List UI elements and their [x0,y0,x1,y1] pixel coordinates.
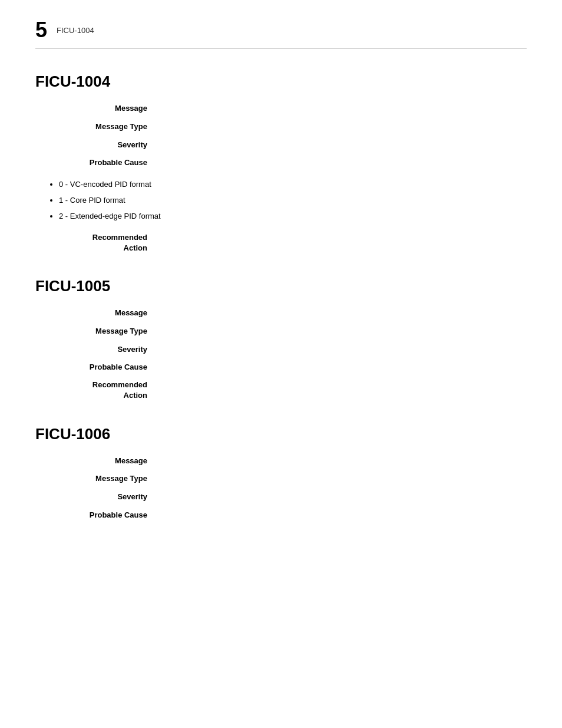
field-value-ficu-1005-2 [159,344,527,356]
section-title-ficu-1004: FICU-1004 [35,73,527,91]
field-label-ficu-1005-1: Message Type [35,325,159,338]
bullet-item-ficu-1004-1: 1 - Core PID format [59,195,527,207]
field-value-ficu-1004-1 [159,121,527,133]
field-label-ficu-1004-2: Severity [35,139,159,151]
field-label-ficu-1005-3: Probable Cause [35,361,159,374]
sections-container: FICU-1004MessageMessage TypeSeverityProb… [35,73,527,522]
field-label-ficu-1004-1: Message Type [35,121,159,133]
field-row-ficu-1004-3: Probable Cause [35,157,527,169]
section-ficu-1005: FICU-1005MessageMessage TypeSeverityProb… [35,277,527,401]
bullet-list-ficu-1004: 0 - VC-encoded PID format1 - Core PID fo… [59,179,527,222]
bullet-item-ficu-1004-0: 0 - VC-encoded PID format [59,179,527,191]
page-number: 5 [35,18,47,42]
recommended-action-value-ficu-1005 [159,380,527,401]
field-label-ficu-1006-0: Message [35,455,159,467]
recommended-action-label-ficu-1005: RecommendedAction [35,380,159,401]
field-value-ficu-1006-2 [159,491,527,503]
field-row-ficu-1005-3: Probable Cause [35,361,527,374]
field-value-ficu-1006-1 [159,473,527,485]
field-label-ficu-1004-0: Message [35,103,159,115]
recommended-action-row-ficu-1004: RecommendedAction [35,232,527,253]
page-id: FICU-1004 [57,26,94,35]
field-label-ficu-1006-2: Severity [35,491,159,503]
field-row-ficu-1006-3: Probable Cause [35,509,527,522]
field-value-ficu-1004-2 [159,139,527,151]
field-label-ficu-1005-0: Message [35,307,159,319]
field-label-ficu-1006-1: Message Type [35,473,159,485]
section-title-ficu-1006: FICU-1006 [35,425,527,443]
field-row-ficu-1006-0: Message [35,455,527,467]
field-value-ficu-1005-1 [159,325,527,338]
field-value-ficu-1005-0 [159,307,527,319]
field-row-ficu-1006-1: Message Type [35,473,527,485]
field-label-ficu-1004-3: Probable Cause [35,157,159,169]
field-value-ficu-1006-3 [159,509,527,522]
field-row-ficu-1006-2: Severity [35,491,527,503]
field-row-ficu-1005-2: Severity [35,344,527,356]
field-value-ficu-1004-0 [159,103,527,115]
field-value-ficu-1006-0 [159,455,527,467]
bullet-item-ficu-1004-2: 2 - Extended-edge PID format [59,210,527,223]
field-row-ficu-1004-2: Severity [35,139,527,151]
field-label-ficu-1005-2: Severity [35,344,159,356]
recommended-action-value-ficu-1004 [159,232,527,253]
page-header: 5 FICU-1004 [35,18,527,49]
field-row-ficu-1004-0: Message [35,103,527,115]
section-title-ficu-1005: FICU-1005 [35,277,527,295]
section-ficu-1006: FICU-1006MessageMessage TypeSeverityProb… [35,425,527,522]
recommended-action-label-ficu-1004: RecommendedAction [35,232,159,253]
section-ficu-1004: FICU-1004MessageMessage TypeSeverityProb… [35,73,527,253]
field-value-ficu-1005-3 [159,361,527,374]
field-label-ficu-1006-3: Probable Cause [35,509,159,522]
field-row-ficu-1005-1: Message Type [35,325,527,338]
field-row-ficu-1005-0: Message [35,307,527,319]
field-value-ficu-1004-3 [159,157,527,169]
recommended-action-row-ficu-1005: RecommendedAction [35,380,527,401]
field-row-ficu-1004-1: Message Type [35,121,527,133]
